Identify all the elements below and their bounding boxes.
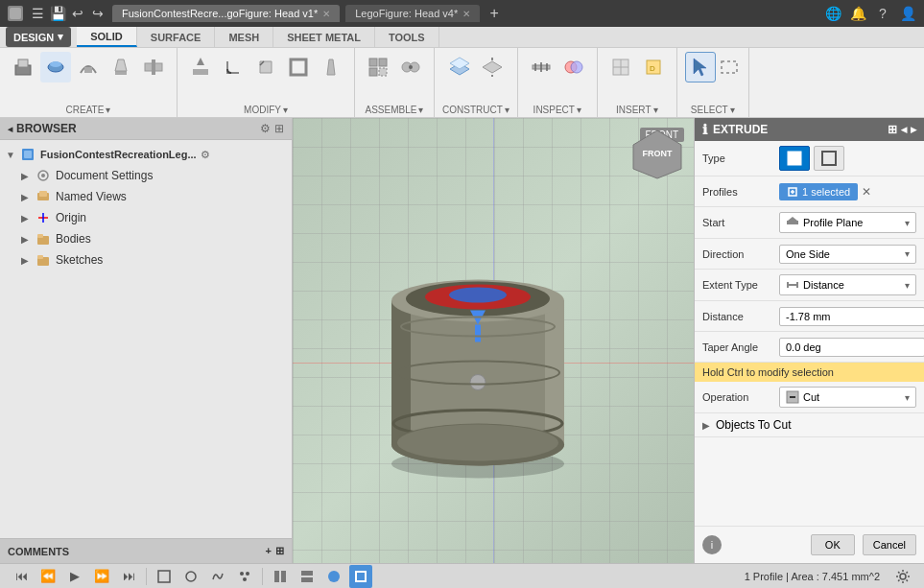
window-select-icon[interactable] — [718, 54, 741, 81]
tab-mesh[interactable]: MESH — [215, 27, 273, 47]
nav-first-btn[interactable]: ⏮ — [10, 565, 33, 588]
tree-item-sketches[interactable]: ▶ Sketches — [0, 249, 292, 270]
navigation-cube[interactable]: FRONT — [628, 126, 686, 183]
direction-select[interactable]: One Side ▾ — [779, 245, 916, 264]
tree-arrow-sketches[interactable]: ▶ — [21, 255, 35, 266]
inspect-label[interactable]: INSPECT ▾ — [533, 105, 581, 115]
measure-icon[interactable] — [526, 52, 557, 82]
comments-expand-icon[interactable]: ⊞ — [275, 545, 284, 557]
tab-file1[interactable]: FusionContestRecre...goFigure: Head v1* … — [112, 5, 340, 22]
tab-sheet-metal[interactable]: SHEET METAL — [273, 27, 375, 47]
viewport[interactable]: FRONT FRONT — [293, 118, 694, 563]
view-free-icon[interactable] — [206, 565, 229, 588]
tab-file2[interactable]: LegoFigure: Head v4* ✕ — [345, 5, 480, 22]
tree-arrow-doc[interactable]: ▶ — [21, 171, 35, 181]
3d-model[interactable] — [324, 186, 631, 496]
draft-icon[interactable] — [316, 52, 346, 82]
redo-icon[interactable]: ↪ — [89, 5, 107, 22]
view-paint-icon[interactable] — [233, 565, 256, 588]
type-solid-btn[interactable] — [779, 146, 810, 171]
tab-surface[interactable]: SURFACE — [137, 27, 216, 47]
tree-item-bodies[interactable]: ▶ Bodies — [0, 228, 292, 249]
insert-label[interactable]: INSERT ▾ — [616, 105, 658, 115]
taper-input[interactable] — [779, 338, 924, 357]
view-rect-icon[interactable] — [153, 565, 176, 588]
assemble-label[interactable]: ASSEMBLE ▾ — [366, 105, 424, 115]
cancel-button[interactable]: Cancel — [863, 534, 916, 555]
tab-solid[interactable]: SOLID — [77, 27, 137, 47]
objects-arrow: ▶ — [702, 420, 710, 431]
extent-select[interactable]: Distance ▾ — [779, 274, 916, 295]
midplane-icon[interactable] — [477, 52, 508, 82]
nav-next-btn[interactable]: ⏩ — [90, 565, 113, 588]
operation-select[interactable]: Cut ▾ — [779, 387, 916, 408]
panel-next-icon[interactable]: ▸ — [911, 123, 916, 136]
chamfer-icon[interactable] — [250, 52, 281, 82]
construct-label[interactable]: CONSTRUCT ▾ — [442, 105, 509, 115]
press-pull-icon[interactable] — [185, 52, 216, 82]
comments-add-icon[interactable]: + — [266, 545, 272, 557]
view-circle-icon[interactable] — [179, 565, 202, 588]
decal-icon[interactable]: D — [638, 52, 669, 82]
tab-file2-close[interactable]: ✕ — [462, 9, 470, 19]
type-surface-btn[interactable] — [814, 146, 844, 171]
start-select[interactable]: Profile Plane ▾ — [779, 212, 916, 233]
revolve-icon[interactable] — [40, 52, 71, 82]
globe-icon[interactable]: 🌐 — [824, 5, 841, 22]
loft-icon[interactable] — [106, 52, 136, 82]
panel-row-objects[interactable]: ▶ Objects To Cut — [695, 413, 924, 437]
insert-mesh-icon[interactable] — [605, 52, 636, 82]
create-label[interactable]: CREATE ▾ — [66, 105, 111, 115]
tree-arrow-root[interactable]: ▼ — [6, 150, 19, 160]
notification-icon[interactable]: 🔔 — [849, 5, 866, 22]
ok-button[interactable]: OK — [811, 534, 855, 555]
select-tool-icon[interactable] — [685, 52, 716, 82]
menu-icon[interactable]: ☰ — [29, 5, 46, 22]
select-label[interactable]: SELECT ▾ — [691, 105, 735, 115]
fillet-icon[interactable] — [218, 52, 249, 82]
browser-collapse-icon[interactable]: ◂ — [8, 124, 12, 134]
tree-item-root[interactable]: ▼ FusionContestRecreationLeg... ⚙ — [0, 144, 292, 165]
profiles-selected-btn[interactable]: 1 selected — [779, 183, 858, 200]
offset-plane-icon[interactable] — [444, 52, 475, 82]
panel-expand-icon[interactable]: ⊞ — [888, 123, 897, 136]
browser-settings-icon[interactable]: ⚙ — [260, 122, 271, 135]
help-icon[interactable]: ? — [874, 5, 891, 22]
save-icon[interactable]: 💾 — [49, 5, 66, 22]
shell-icon[interactable] — [283, 52, 314, 82]
distance-input[interactable] — [779, 307, 924, 326]
view-mode4-icon[interactable] — [349, 565, 372, 588]
tree-arrow-named-views[interactable]: ▶ — [21, 192, 35, 202]
extrude-icon[interactable] — [8, 52, 38, 82]
undo-icon[interactable]: ↩ — [69, 5, 86, 22]
user-icon[interactable]: 👤 — [899, 5, 916, 22]
tree-arrow-origin[interactable]: ▶ — [21, 213, 35, 223]
sweep-icon[interactable] — [73, 52, 104, 82]
view-mode2-icon[interactable] — [296, 565, 319, 588]
comments-bar[interactable]: COMMENTS + ⊞ — [0, 538, 292, 563]
rib-icon[interactable] — [138, 52, 169, 82]
panel-prev-icon[interactable]: ◂ — [901, 123, 907, 136]
nav-last-btn[interactable]: ⏭ — [117, 565, 140, 588]
footer-info-icon[interactable]: i — [702, 535, 722, 554]
browser-expand-icon[interactable]: ⊞ — [274, 122, 284, 135]
view-mode3-icon[interactable] — [322, 565, 345, 588]
new-component-icon[interactable] — [363, 52, 393, 82]
tree-item-named-views[interactable]: ▶ Named Views — [0, 186, 292, 207]
new-tab-btn[interactable]: + — [486, 5, 503, 22]
tree-arrow-bodies[interactable]: ▶ — [21, 234, 35, 245]
joint-icon[interactable] — [395, 52, 426, 82]
nav-play-btn[interactable]: ▶ — [63, 565, 86, 588]
profiles-clear-btn[interactable]: ✕ — [862, 185, 871, 199]
root-settings-icon[interactable]: ⚙ — [201, 149, 210, 161]
nav-prev-btn[interactable]: ⏪ — [36, 565, 59, 588]
settings-gear-icon[interactable] — [891, 565, 914, 588]
interference-icon[interactable] — [558, 52, 589, 82]
modify-label[interactable]: MODIFY ▾ — [244, 105, 288, 115]
design-button[interactable]: DESIGN ▾ — [6, 27, 71, 47]
tree-item-origin[interactable]: ▶ Origin — [0, 207, 292, 228]
view-mode1-icon[interactable] — [269, 565, 292, 588]
tab-file1-close[interactable]: ✕ — [322, 9, 330, 19]
tree-item-doc-settings[interactable]: ▶ Document Settings — [0, 165, 292, 186]
tab-tools[interactable]: TOOLS — [375, 27, 439, 47]
